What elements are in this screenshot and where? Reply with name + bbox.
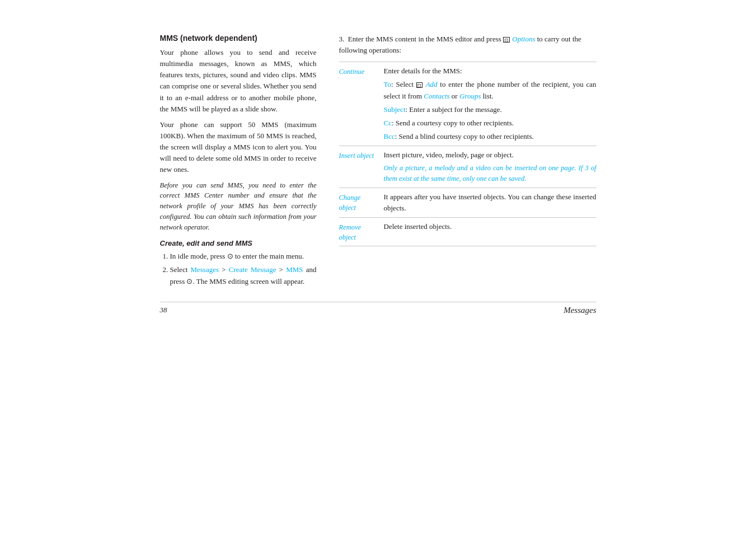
left-column: MMS (network dependent) Your phone allow… [160,34,334,292]
footer: 38 Messages [160,302,597,315]
options-icon: ⊡ [503,37,510,43]
table-row-continue: Continue Enter details for the MMS: To: … [339,62,597,146]
intro-paragraph-1: Your phone allows you to send and receiv… [160,47,317,115]
term-insert: Insert object [339,149,384,184]
section-name: Messages [564,306,596,315]
groups-link: Groups [459,92,481,100]
right-column: 3. Enter the MMS content in the MMS edit… [334,34,597,292]
italic-note: Before you can send MMS, you need to ent… [160,180,317,233]
def-remove-text: Delete inserted objects. [384,221,597,232]
step-intro: 3. Enter the MMS content in the MMS edit… [339,34,597,56]
add-link: Add [426,80,438,88]
table-row-change: Changeobject It appears after you have i… [339,188,597,218]
def-insert-note: Only a picture, a melody and a video can… [384,163,597,184]
def-continue-bcc: Bcc: Send a blind courtesy copy to other… [384,131,597,142]
content-area: MMS (network dependent) Your phone allow… [160,34,597,292]
def-continue: Enter details for the MMS: To: Select ⊡ … [384,65,597,142]
step-1: In idle mode, press ⊙ to enter the main … [170,251,317,262]
cc-label: Cc [384,119,392,127]
def-insert-text: Insert picture, video, melody, page or o… [384,149,597,161]
page: MMS (network dependent) Your phone allow… [0,0,756,534]
def-change-text: It appears after you have inserted objec… [384,191,597,214]
step-2: Select Messages > Create Message > MMS a… [170,264,317,287]
options-label: Options [512,35,535,43]
def-continue-cc: Cc: Send a courtesy copy to other recipi… [384,118,597,129]
table-row-remove: Removeobject Delete inserted objects. [339,218,597,246]
create-message-link: Create Message [229,265,276,274]
table-row-insert: Insert object Insert picture, video, mel… [339,146,597,188]
term-change: Changeobject [339,191,384,214]
to-label: To [384,80,392,88]
section-title: MMS (network dependent) [160,34,317,43]
contacts-link: Contacts [424,92,449,100]
page-number: 38 [160,306,167,315]
def-continue-intro: Enter details for the MMS: [384,65,597,77]
subject-label: Subject [384,105,406,114]
def-insert: Insert picture, video, melody, page or o… [384,149,597,184]
add-icon: ⊡ [416,82,422,88]
term-remove: Removeobject [339,221,384,242]
intro-paragraph-2: Your phone can support 50 MMS (maximum 1… [160,119,317,176]
term-continue: Continue [339,65,384,142]
subsection-title: Create, edit and send MMS [160,239,317,247]
bcc-label: Bcc [384,132,395,140]
steps-list: In idle mode, press ⊙ to enter the main … [160,251,317,287]
messages-link: Messages [190,265,219,274]
def-remove: Delete inserted objects. [384,221,597,242]
def-continue-subject: Subject: Enter a subject for the message… [384,104,597,115]
definitions-table: Continue Enter details for the MMS: To: … [339,62,597,246]
def-change: It appears after you have inserted objec… [384,191,597,214]
def-continue-to: To: Select ⊡ Add to enter the phone numb… [384,79,597,101]
mms-link: MMS [286,265,303,274]
step-number: 3. [339,35,345,43]
